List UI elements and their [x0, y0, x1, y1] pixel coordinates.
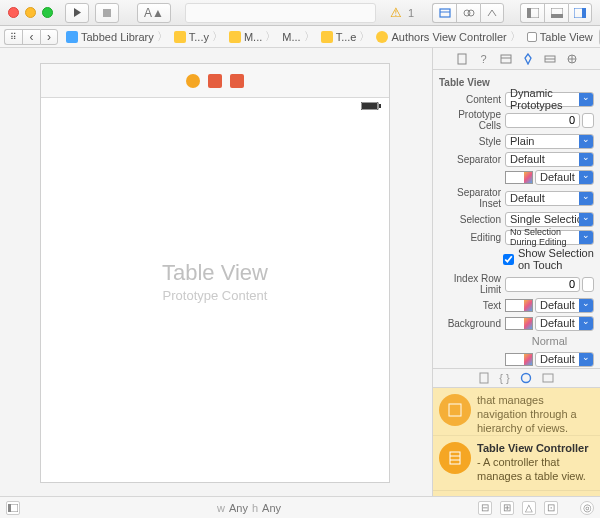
viewcontroller-icon[interactable]	[186, 74, 200, 88]
separator-inset-select[interactable]: Default	[505, 191, 594, 206]
zoom-window-icon[interactable]	[42, 7, 53, 18]
tracking-color-select[interactable]: Default	[535, 352, 594, 367]
crumb-storyboard[interactable]: T...e〉	[319, 29, 373, 44]
svg-point-22	[521, 374, 530, 383]
warning-count: 1	[408, 7, 414, 19]
viewcontroller-icon	[376, 31, 388, 43]
crumb-folder[interactable]: T...y〉	[172, 29, 225, 44]
crumb-folder[interactable]: M...〉	[280, 29, 316, 44]
exit-icon[interactable]	[230, 74, 244, 88]
zoom-menu[interactable]: ◎	[580, 501, 594, 515]
editing-select[interactable]: No Selection During Editing	[505, 230, 594, 245]
related-items-button[interactable]: ⠿	[4, 29, 22, 45]
background-color-well[interactable]	[505, 317, 533, 330]
tableview-icon	[527, 32, 537, 42]
crumb-tableview[interactable]: Table View	[525, 31, 595, 43]
background-color-select[interactable]: Default	[535, 316, 594, 331]
style-select[interactable]: Plain	[505, 134, 594, 149]
file-inspector-tab[interactable]	[454, 51, 470, 67]
battery-icon	[361, 102, 381, 110]
text-color-well[interactable]	[505, 299, 533, 312]
forward-button[interactable]: ›	[40, 29, 58, 45]
svg-rect-13	[362, 103, 377, 109]
stop-button[interactable]	[95, 3, 119, 23]
scheme-selector[interactable]: A▲	[137, 3, 171, 23]
background-label: Background	[439, 318, 501, 329]
table-view-scene[interactable]: Table View Prototype Content	[40, 63, 390, 483]
crumb-label: T...e	[336, 31, 357, 43]
code-snippet-tab[interactable]: { }	[499, 372, 509, 384]
svg-rect-2	[440, 9, 450, 17]
text-label: Text	[439, 300, 501, 311]
folder-icon	[229, 31, 241, 43]
placeholder-title: Table View	[41, 260, 389, 286]
run-button[interactable]	[65, 3, 89, 23]
crumb-label: M...	[282, 31, 300, 43]
crumb-project[interactable]: Tabbed Library〉	[64, 29, 170, 44]
attributes-inspector-tab[interactable]	[520, 51, 536, 67]
editing-label: Editing	[439, 232, 501, 243]
object-library[interactable]: that manages navigation through a hierar…	[433, 388, 600, 496]
file-template-tab[interactable]	[479, 372, 489, 384]
toggle-debug-button[interactable]	[544, 3, 568, 23]
traffic-lights	[8, 7, 53, 18]
tracking-color-well[interactable]	[505, 353, 533, 366]
library-item[interactable]: Collection View Controller - A controlle…	[433, 491, 600, 497]
interface-builder-canvas[interactable]: Table View Prototype Content	[0, 48, 432, 496]
index-row-limit-label: Index Row Limit	[439, 273, 501, 295]
library-item[interactable]: Table View Controller - A controller tha…	[433, 436, 600, 490]
prototype-cells-label: Prototype Cells	[439, 109, 501, 131]
svg-rect-25	[450, 452, 460, 464]
size-inspector-tab[interactable]	[542, 51, 558, 67]
storyboard-icon	[321, 31, 333, 43]
svg-rect-11	[582, 8, 586, 18]
connections-inspector-tab[interactable]	[564, 51, 580, 67]
identity-inspector-tab[interactable]	[498, 51, 514, 67]
crumb-viewcontroller[interactable]: Authors View Controller〉	[374, 29, 522, 44]
show-selection-checkbox[interactable]	[503, 254, 514, 265]
content-select[interactable]: Dynamic Prototypes	[505, 92, 594, 107]
minimize-window-icon[interactable]	[25, 7, 36, 18]
prototype-cells-field[interactable]: 0	[505, 113, 580, 128]
library-item-text: Table View Controller - A controller tha…	[477, 442, 594, 483]
toggle-navigator-button[interactable]	[520, 3, 544, 23]
style-label: Style	[439, 136, 501, 147]
first-responder-icon[interactable]	[208, 74, 222, 88]
project-icon	[66, 31, 78, 43]
resizing-button[interactable]: ⊡	[544, 501, 558, 515]
crumb-label: Table View	[540, 31, 593, 43]
inspector-panel: ? Table View ContentDynamic Prototypes P…	[432, 48, 600, 496]
index-row-limit-stepper[interactable]	[582, 277, 594, 292]
scene-dock[interactable]	[41, 64, 389, 98]
separator-color-select[interactable]: Default	[535, 170, 594, 185]
back-button[interactable]: ‹	[22, 29, 40, 45]
help-inspector-tab[interactable]: ?	[476, 51, 492, 67]
align-button[interactable]: ⊟	[478, 501, 492, 515]
standard-editor-button[interactable]	[432, 3, 456, 23]
index-row-limit-field[interactable]: 0	[505, 277, 580, 292]
size-class-control[interactable]: wAny hAny	[217, 502, 281, 514]
svg-rect-7	[527, 8, 531, 18]
selection-select[interactable]: Single Selection	[505, 212, 594, 227]
window-toolbar: A▲ ⚠ 1	[0, 0, 600, 26]
text-color-select[interactable]: Default	[535, 298, 594, 313]
separator-select[interactable]: Default	[505, 152, 594, 167]
separator-color-well[interactable]	[505, 171, 533, 184]
toggle-inspector-button[interactable]	[568, 3, 592, 23]
svg-rect-9	[551, 14, 563, 18]
prototype-cells-stepper[interactable]	[582, 113, 594, 128]
media-library-tab[interactable]	[542, 373, 554, 383]
warning-icon[interactable]: ⚠	[390, 5, 402, 20]
inspector-tab-bar: ?	[433, 48, 600, 70]
close-window-icon[interactable]	[8, 7, 19, 18]
pin-button[interactable]: ⊞	[500, 501, 514, 515]
resolve-issues-button[interactable]: △	[522, 501, 536, 515]
version-editor-button[interactable]	[480, 3, 504, 23]
svg-rect-35	[8, 504, 11, 512]
library-item[interactable]: that manages navigation through a hierar…	[433, 388, 600, 436]
object-library-tab[interactable]	[520, 372, 532, 384]
selection-label: Selection	[439, 214, 501, 225]
crumb-folder[interactable]: M...〉	[227, 29, 278, 44]
document-outline-toggle[interactable]	[6, 501, 20, 515]
assistant-editor-button[interactable]	[456, 3, 480, 23]
